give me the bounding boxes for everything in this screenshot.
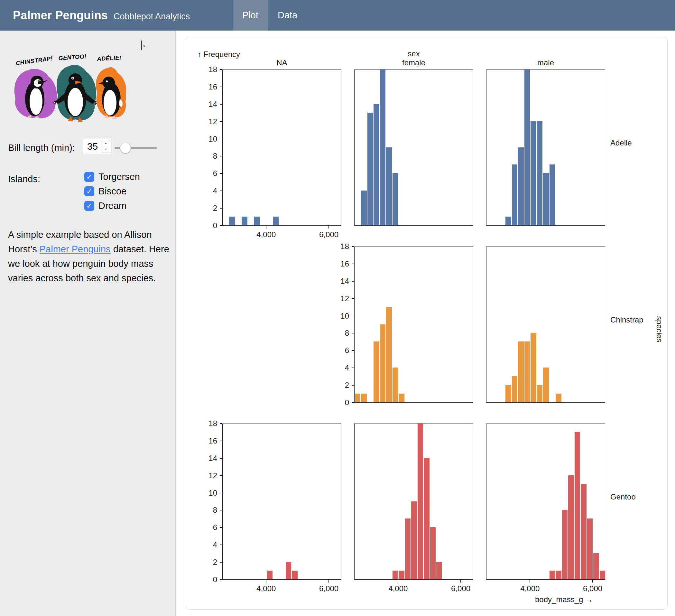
- fy-axis-label: species: [655, 316, 664, 342]
- histogram-bar: [512, 164, 517, 225]
- y-tick-label: 14: [334, 277, 349, 286]
- histogram-bar: [518, 147, 523, 226]
- palmer-penguins-link[interactable]: Palmer Penguins: [40, 244, 111, 254]
- histogram-bar: [292, 571, 297, 579]
- y-tick-label: 0: [202, 575, 217, 584]
- histogram-bar: [392, 173, 398, 225]
- bill-length-slider[interactable]: [115, 147, 157, 149]
- checkbox-biscoe[interactable]: ✓: [84, 186, 94, 196]
- y-tick-label: 10: [202, 489, 217, 497]
- y-tick-label: 4: [202, 186, 217, 195]
- tab-data[interactable]: Data: [268, 0, 307, 30]
- app-title: Palmer Penguins: [13, 9, 108, 22]
- facet-column-title-female: female: [402, 58, 425, 67]
- y-tick-mark: [220, 208, 222, 209]
- histogram-bar: [531, 333, 536, 402]
- facet-column-title-na: NA: [276, 58, 287, 67]
- facet-adelie-na: [222, 70, 342, 226]
- y-tick-mark: [220, 69, 222, 70]
- y-tick-label: 16: [202, 436, 217, 446]
- facet-row-title-adelie: Adelie: [610, 138, 632, 147]
- histogram-bar: [543, 173, 548, 225]
- checkbox-dream[interactable]: ✓: [84, 201, 94, 211]
- app-window: Palmer Penguins Cobblepot Analytics Plot…: [0, 0, 675, 616]
- histogram-bar: [531, 121, 536, 225]
- x-tick-label: 4,000: [388, 584, 407, 593]
- tab-plot[interactable]: Plot: [233, 0, 268, 30]
- y-tick-mark: [220, 475, 222, 476]
- histogram-bar: [392, 571, 398, 579]
- histogram-bar: [405, 519, 410, 579]
- bill-length-input[interactable]: 35 ⌃⌄: [83, 139, 111, 154]
- facet-column-title-male: male: [537, 58, 554, 67]
- gentoo-art-label: GENTOO!: [58, 53, 86, 62]
- y-tick-label: 16: [334, 259, 349, 268]
- facet-gentoo-female: [354, 423, 473, 579]
- histogram-bar: [543, 367, 548, 402]
- fx-axis-label: sex: [407, 49, 420, 58]
- y-tick-label: 6: [334, 346, 349, 355]
- y-axis-title: ↑ Frequency: [198, 50, 240, 59]
- y-tick-mark: [352, 316, 354, 316]
- y-tick-mark: [220, 545, 222, 545]
- y-tick-mark: [220, 458, 222, 459]
- y-tick-mark: [220, 104, 222, 105]
- x-tick-label: 4,000: [256, 584, 276, 593]
- histogram-bar: [267, 571, 272, 579]
- histogram-bar: [562, 510, 568, 579]
- histogram-bar: [587, 519, 593, 579]
- y-tick-label: 8: [202, 505, 217, 515]
- y-tick-label: 12: [202, 117, 217, 126]
- histogram-bar: [512, 376, 517, 402]
- histogram-bar: [575, 432, 580, 579]
- y-tick-label: 0: [202, 221, 217, 230]
- y-tick-label: 4: [334, 363, 349, 372]
- sidebar: ←: [0, 30, 176, 616]
- histogram-bar: [286, 562, 291, 579]
- histogram-bar: [254, 217, 259, 225]
- y-tick-mark: [352, 264, 354, 264]
- bill-length-value: 35: [83, 141, 102, 152]
- island-option-torgersen: ✓Torgersen: [84, 172, 140, 182]
- island-option-biscoe: ✓Biscoe: [84, 186, 127, 197]
- x-tick-label: 6,000: [319, 230, 339, 239]
- sidebar-collapse-icon[interactable]: ←: [141, 38, 151, 50]
- y-tick-label: 0: [334, 398, 349, 407]
- stepper-icon[interactable]: ⌃⌄: [102, 140, 110, 153]
- histogram-bar: [600, 571, 605, 579]
- histogram-bar: [411, 501, 417, 579]
- island-option-dream: ✓Dream: [84, 201, 127, 211]
- y-tick-label: 10: [202, 135, 217, 144]
- histogram-bar: [430, 527, 436, 579]
- sidebar-description: A simple example based on Allison Horst’…: [8, 227, 171, 285]
- x-tick-label: 6,000: [319, 584, 339, 593]
- y-tick-label: 18: [334, 242, 349, 251]
- histogram-bar: [524, 341, 530, 402]
- checkbox-label: Torgersen: [98, 172, 140, 182]
- x-tick-mark: [398, 579, 398, 583]
- brand: Palmer Penguins Cobblepot Analytics: [0, 9, 190, 22]
- x-tick-mark: [266, 226, 267, 228]
- y-tick-mark: [220, 121, 222, 122]
- y-tick-mark: [220, 440, 222, 441]
- y-tick-label: 6: [202, 523, 217, 532]
- checkbox-torgersen[interactable]: ✓: [84, 172, 94, 182]
- y-tick-mark: [352, 350, 354, 351]
- histogram-bar: [568, 475, 574, 579]
- histogram-bar: [242, 217, 247, 225]
- histogram-bar: [361, 394, 366, 402]
- x-tick-label: 6,000: [451, 584, 470, 593]
- y-tick-mark: [220, 225, 222, 226]
- histogram-bar: [399, 571, 404, 579]
- app-subtitle: Cobblepot Analytics: [114, 12, 190, 21]
- histogram-bar: [273, 217, 279, 225]
- slider-thumb[interactable]: [120, 143, 131, 153]
- facet-gentoo-na: [222, 423, 342, 579]
- adelie-art-label: ADÉLIE!: [96, 54, 121, 62]
- facet-gentoo-male: [486, 423, 605, 579]
- plot-card: ↑ Frequency sexNAfemalemaleAdelieChinstr…: [185, 37, 668, 610]
- y-tick-label: 2: [202, 558, 217, 567]
- bill-length-label: Bill length (min):: [8, 143, 75, 153]
- histogram-bar: [374, 341, 379, 402]
- histogram-bar: [506, 217, 511, 225]
